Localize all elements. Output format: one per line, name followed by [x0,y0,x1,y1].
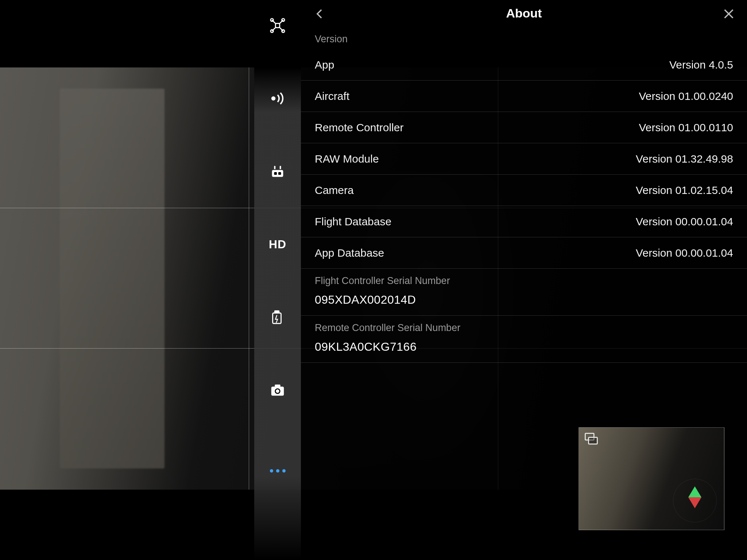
row-value: Version 4.0.5 [669,59,733,71]
svg-point-5 [271,96,276,101]
row-camera[interactable]: Camera Version 01.02.15.04 [301,175,747,206]
row-raw-module[interactable]: RAW Module Version 01.32.49.98 [301,143,747,175]
row-app-database[interactable]: App Database Version 00.00.01.04 [301,237,747,269]
svg-point-0 [271,19,274,22]
grid-line [249,67,249,490]
row-label: Camera [315,184,354,197]
row-remote-controller[interactable]: Remote Controller Version 01.00.0110 [301,112,747,143]
heading-indicator-icon [673,479,717,522]
row-value: Version 00.00.01.04 [636,247,733,259]
tab-hd-icon[interactable]: HD [267,233,289,255]
row-label: App Database [315,247,384,259]
row-value: Version 00.00.01.04 [636,215,733,228]
row-value: Version 01.02.15.04 [636,184,733,197]
serial-value: 09KL3A0CKG7166 [315,340,733,354]
back-button[interactable] [313,7,327,21]
svg-rect-18 [589,438,597,444]
serial-flight-controller: Flight Controller Serial Number 095XDAX0… [301,269,747,316]
panel-title: About [506,6,542,20]
row-value: Version 01.00.0240 [639,90,733,102]
row-app[interactable]: App Version 4.0.5 [301,49,747,81]
serial-remote-controller: Remote Controller Serial Number 09KL3A0C… [301,316,747,363]
svg-point-16 [276,389,279,393]
tab-battery-icon[interactable] [267,306,289,328]
svg-point-2 [271,30,274,33]
pip-minimap[interactable] [578,427,724,530]
row-label: Aircraft [315,90,349,102]
row-aircraft[interactable]: Aircraft Version 01.00.0240 [301,81,747,112]
settings-tab-column: HD [254,0,301,560]
svg-rect-8 [278,172,281,175]
row-label: RAW Module [315,153,379,165]
serial-value: 095XDAX002014D [315,293,733,307]
section-label-version: Version [301,26,747,49]
about-header: About [301,0,747,26]
svg-rect-6 [272,170,283,177]
svg-rect-14 [275,385,280,388]
serial-label: Remote Controller Serial Number [315,322,733,334]
serial-label: Flight Controller Serial Number [315,275,733,287]
svg-rect-7 [274,172,277,175]
tab-camera-icon[interactable] [267,379,289,401]
row-value: Version 01.32.49.98 [636,153,733,165]
tab-controller-icon[interactable] [267,160,289,182]
tab-signal-icon[interactable] [267,88,289,109]
svg-rect-12 [275,311,279,313]
svg-rect-10 [280,166,281,170]
svg-rect-9 [274,166,275,170]
row-flight-database[interactable]: Flight Database Version 00.00.01.04 [301,206,747,237]
row-label: Remote Controller [315,121,403,134]
close-button[interactable] [721,7,736,21]
svg-rect-4 [275,23,280,28]
svg-point-1 [282,19,285,22]
row-label: Flight Database [315,215,391,228]
tab-more-icon[interactable] [270,469,286,472]
pip-switch-icon[interactable] [583,431,599,447]
svg-point-3 [282,30,285,33]
tab-drone-icon[interactable] [267,15,289,36]
row-value: Version 01.00.0110 [639,121,733,134]
row-label: App [315,59,334,71]
